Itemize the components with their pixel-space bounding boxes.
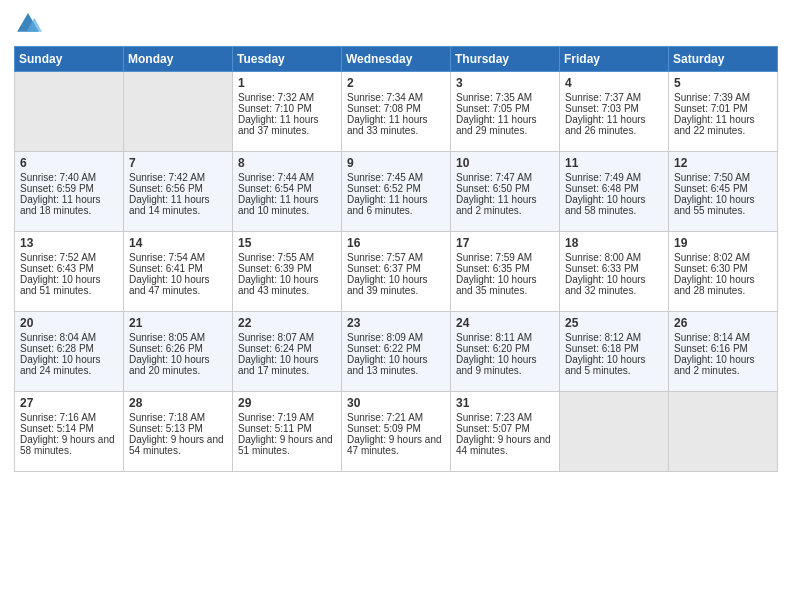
calendar-cell: 20Sunrise: 8:04 AMSunset: 6:28 PMDayligh… bbox=[15, 312, 124, 392]
header-row: SundayMondayTuesdayWednesdayThursdayFrid… bbox=[15, 47, 778, 72]
sunset-text: Sunset: 6:28 PM bbox=[20, 343, 118, 354]
calendar-cell: 24Sunrise: 8:11 AMSunset: 6:20 PMDayligh… bbox=[451, 312, 560, 392]
calendar-cell: 1Sunrise: 7:32 AMSunset: 7:10 PMDaylight… bbox=[233, 72, 342, 152]
daylight-text: Daylight: 11 hours and 10 minutes. bbox=[238, 194, 336, 216]
day-number: 27 bbox=[20, 396, 118, 410]
sunset-text: Sunset: 6:39 PM bbox=[238, 263, 336, 274]
sunrise-text: Sunrise: 7:34 AM bbox=[347, 92, 445, 103]
sunset-text: Sunset: 6:48 PM bbox=[565, 183, 663, 194]
daylight-text: Daylight: 10 hours and 13 minutes. bbox=[347, 354, 445, 376]
calendar-cell: 25Sunrise: 8:12 AMSunset: 6:18 PMDayligh… bbox=[560, 312, 669, 392]
sunrise-text: Sunrise: 7:45 AM bbox=[347, 172, 445, 183]
daylight-text: Daylight: 10 hours and 58 minutes. bbox=[565, 194, 663, 216]
daylight-text: Daylight: 11 hours and 33 minutes. bbox=[347, 114, 445, 136]
calendar-cell: 2Sunrise: 7:34 AMSunset: 7:08 PMDaylight… bbox=[342, 72, 451, 152]
day-number: 15 bbox=[238, 236, 336, 250]
daylight-text: Daylight: 10 hours and 51 minutes. bbox=[20, 274, 118, 296]
col-header-sunday: Sunday bbox=[15, 47, 124, 72]
day-number: 29 bbox=[238, 396, 336, 410]
sunrise-text: Sunrise: 8:00 AM bbox=[565, 252, 663, 263]
daylight-text: Daylight: 10 hours and 43 minutes. bbox=[238, 274, 336, 296]
sunset-text: Sunset: 5:09 PM bbox=[347, 423, 445, 434]
calendar-cell: 18Sunrise: 8:00 AMSunset: 6:33 PMDayligh… bbox=[560, 232, 669, 312]
day-number: 3 bbox=[456, 76, 554, 90]
sunset-text: Sunset: 6:16 PM bbox=[674, 343, 772, 354]
day-number: 10 bbox=[456, 156, 554, 170]
sunset-text: Sunset: 5:13 PM bbox=[129, 423, 227, 434]
daylight-text: Daylight: 10 hours and 47 minutes. bbox=[129, 274, 227, 296]
daylight-text: Daylight: 10 hours and 39 minutes. bbox=[347, 274, 445, 296]
day-number: 6 bbox=[20, 156, 118, 170]
calendar-cell: 14Sunrise: 7:54 AMSunset: 6:41 PMDayligh… bbox=[124, 232, 233, 312]
day-number: 21 bbox=[129, 316, 227, 330]
sunset-text: Sunset: 6:45 PM bbox=[674, 183, 772, 194]
sunrise-text: Sunrise: 7:50 AM bbox=[674, 172, 772, 183]
day-number: 19 bbox=[674, 236, 772, 250]
sunset-text: Sunset: 6:35 PM bbox=[456, 263, 554, 274]
day-number: 8 bbox=[238, 156, 336, 170]
sunrise-text: Sunrise: 7:32 AM bbox=[238, 92, 336, 103]
calendar-cell: 28Sunrise: 7:18 AMSunset: 5:13 PMDayligh… bbox=[124, 392, 233, 472]
calendar-cell: 15Sunrise: 7:55 AMSunset: 6:39 PMDayligh… bbox=[233, 232, 342, 312]
daylight-text: Daylight: 11 hours and 6 minutes. bbox=[347, 194, 445, 216]
calendar-cell: 27Sunrise: 7:16 AMSunset: 5:14 PMDayligh… bbox=[15, 392, 124, 472]
calendar-page: SundayMondayTuesdayWednesdayThursdayFrid… bbox=[0, 0, 792, 612]
day-number: 20 bbox=[20, 316, 118, 330]
sunset-text: Sunset: 5:14 PM bbox=[20, 423, 118, 434]
calendar-cell bbox=[669, 392, 778, 472]
sunrise-text: Sunrise: 7:55 AM bbox=[238, 252, 336, 263]
daylight-text: Daylight: 9 hours and 47 minutes. bbox=[347, 434, 445, 456]
calendar-cell: 12Sunrise: 7:50 AMSunset: 6:45 PMDayligh… bbox=[669, 152, 778, 232]
sunrise-text: Sunrise: 7:40 AM bbox=[20, 172, 118, 183]
sunrise-text: Sunrise: 7:19 AM bbox=[238, 412, 336, 423]
daylight-text: Daylight: 9 hours and 58 minutes. bbox=[20, 434, 118, 456]
sunrise-text: Sunrise: 7:57 AM bbox=[347, 252, 445, 263]
calendar-cell: 13Sunrise: 7:52 AMSunset: 6:43 PMDayligh… bbox=[15, 232, 124, 312]
daylight-text: Daylight: 11 hours and 29 minutes. bbox=[456, 114, 554, 136]
col-header-tuesday: Tuesday bbox=[233, 47, 342, 72]
day-number: 5 bbox=[674, 76, 772, 90]
calendar-cell bbox=[124, 72, 233, 152]
daylight-text: Daylight: 11 hours and 18 minutes. bbox=[20, 194, 118, 216]
col-header-monday: Monday bbox=[124, 47, 233, 72]
week-row-1: 1Sunrise: 7:32 AMSunset: 7:10 PMDaylight… bbox=[15, 72, 778, 152]
sunset-text: Sunset: 6:37 PM bbox=[347, 263, 445, 274]
daylight-text: Daylight: 11 hours and 2 minutes. bbox=[456, 194, 554, 216]
day-number: 22 bbox=[238, 316, 336, 330]
sunset-text: Sunset: 6:52 PM bbox=[347, 183, 445, 194]
calendar-cell: 19Sunrise: 8:02 AMSunset: 6:30 PMDayligh… bbox=[669, 232, 778, 312]
day-number: 18 bbox=[565, 236, 663, 250]
sunset-text: Sunset: 7:01 PM bbox=[674, 103, 772, 114]
day-number: 4 bbox=[565, 76, 663, 90]
sunrise-text: Sunrise: 7:16 AM bbox=[20, 412, 118, 423]
day-number: 1 bbox=[238, 76, 336, 90]
sunset-text: Sunset: 6:26 PM bbox=[129, 343, 227, 354]
daylight-text: Daylight: 10 hours and 32 minutes. bbox=[565, 274, 663, 296]
sunrise-text: Sunrise: 8:12 AM bbox=[565, 332, 663, 343]
daylight-text: Daylight: 10 hours and 2 minutes. bbox=[674, 354, 772, 376]
calendar-table: SundayMondayTuesdayWednesdayThursdayFrid… bbox=[14, 46, 778, 472]
sunset-text: Sunset: 7:03 PM bbox=[565, 103, 663, 114]
day-number: 14 bbox=[129, 236, 227, 250]
daylight-text: Daylight: 10 hours and 9 minutes. bbox=[456, 354, 554, 376]
day-number: 11 bbox=[565, 156, 663, 170]
sunrise-text: Sunrise: 7:59 AM bbox=[456, 252, 554, 263]
col-header-thursday: Thursday bbox=[451, 47, 560, 72]
sunrise-text: Sunrise: 7:47 AM bbox=[456, 172, 554, 183]
sunset-text: Sunset: 6:43 PM bbox=[20, 263, 118, 274]
daylight-text: Daylight: 9 hours and 51 minutes. bbox=[238, 434, 336, 456]
calendar-cell bbox=[560, 392, 669, 472]
daylight-text: Daylight: 9 hours and 54 minutes. bbox=[129, 434, 227, 456]
logo-icon bbox=[14, 10, 42, 38]
day-number: 9 bbox=[347, 156, 445, 170]
sunset-text: Sunset: 7:05 PM bbox=[456, 103, 554, 114]
calendar-cell: 30Sunrise: 7:21 AMSunset: 5:09 PMDayligh… bbox=[342, 392, 451, 472]
calendar-cell: 17Sunrise: 7:59 AMSunset: 6:35 PMDayligh… bbox=[451, 232, 560, 312]
daylight-text: Daylight: 11 hours and 26 minutes. bbox=[565, 114, 663, 136]
sunrise-text: Sunrise: 7:37 AM bbox=[565, 92, 663, 103]
day-number: 17 bbox=[456, 236, 554, 250]
daylight-text: Daylight: 9 hours and 44 minutes. bbox=[456, 434, 554, 456]
day-number: 23 bbox=[347, 316, 445, 330]
sunrise-text: Sunrise: 8:11 AM bbox=[456, 332, 554, 343]
sunset-text: Sunset: 6:54 PM bbox=[238, 183, 336, 194]
